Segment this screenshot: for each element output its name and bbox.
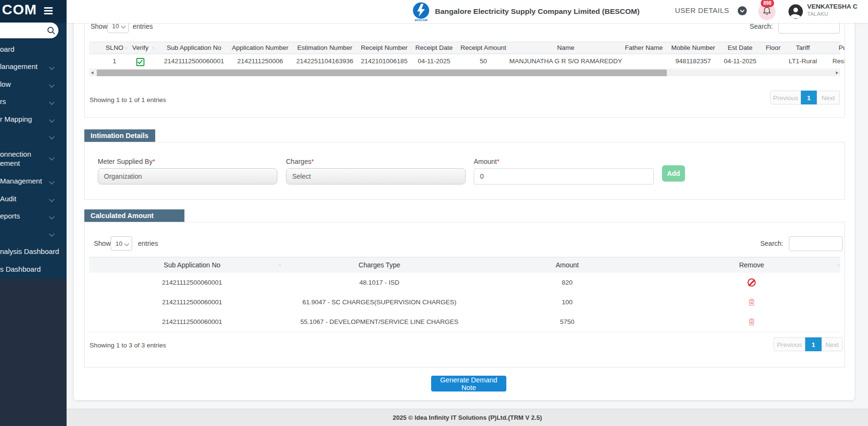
entries-label: entries	[133, 23, 153, 30]
meter-supplied-by-select[interactable]: Organization	[98, 168, 277, 184]
sidebar-item-users[interactable]: rs	[0, 97, 6, 105]
column-header[interactable]: Est Date	[728, 42, 753, 54]
sidebar-item-analysis-dashboard[interactable]: nalysis Dashboard	[0, 247, 59, 255]
sidebar-logo-text: COM	[2, 1, 37, 18]
sort-icon[interactable]: ↑↓	[125, 46, 127, 50]
sidebar-item-mapping[interactable]: r Mapping	[0, 115, 32, 123]
sidebar-item-connection-line2[interactable]: ement	[0, 159, 20, 167]
column-header[interactable]: Receipt Amount	[460, 42, 506, 54]
applications-table-header: SLNO ↑↓ Verify ↑↓ Sub Application No App…	[89, 42, 840, 54]
column-header[interactable]: Pu	[839, 42, 845, 54]
sidebar-item-dashboard2[interactable]: s Dashboard	[0, 265, 41, 273]
previous-page-button[interactable]: Previous	[770, 91, 801, 104]
receipt-number-cell: 2142101006185	[361, 54, 408, 69]
column-header[interactable]: Receipt Date	[415, 42, 453, 54]
column-header[interactable]: Tariff	[796, 42, 810, 54]
sub-application-no-cell: 21421112500060001	[162, 312, 222, 332]
page-number-button[interactable]: 1	[801, 91, 817, 104]
purpose-cell: Resider	[833, 54, 845, 69]
slno-cell: 1	[113, 54, 116, 69]
column-header[interactable]: Floor	[766, 42, 781, 54]
column-header[interactable]: Amount	[556, 257, 579, 273]
verify-checkbox-icon[interactable]	[137, 58, 145, 66]
next-page-button[interactable]: Next	[822, 337, 843, 351]
calculated-amount-details-tab: Calculated Amount Details	[84, 209, 184, 222]
bescom-app: Show 10 entries Search: SLNO ↑↓ Verify ↑…	[0, 0, 868, 426]
sort-icon[interactable]: ↑↓	[152, 46, 154, 50]
entries-label: entries	[138, 240, 158, 247]
column-header[interactable]: Charges Type	[359, 257, 400, 273]
required-asterisk: *	[497, 158, 499, 165]
name-cell: MANJUNATHA G R S/O RAMAREDDY	[509, 54, 622, 69]
scrollbar-thumb[interactable]	[97, 69, 667, 76]
page-size-select[interactable]: 10	[111, 236, 132, 251]
scroll-left-arrow-icon[interactable]	[89, 69, 96, 76]
sort-icon[interactable]: ↑↓	[837, 263, 840, 267]
remove-ban-icon[interactable]	[748, 278, 756, 287]
application-number-cell: 2142111250006	[237, 54, 283, 69]
avatar[interactable]	[788, 4, 803, 19]
show-label: Show	[91, 23, 107, 30]
column-header[interactable]: Estimation Number	[297, 42, 353, 54]
column-header[interactable]: Mobile Number	[671, 42, 715, 54]
scroll-right-arrow-icon[interactable]	[834, 69, 840, 76]
tariff-cell: LT1-Rural	[788, 54, 817, 69]
user-name[interactable]: VENKATESHA C	[807, 3, 857, 10]
footer-text: 2025 © Idea Infinity IT Solutions (P)Ltd…	[393, 414, 542, 421]
sidebar-item-dashboard[interactable]: oard	[0, 45, 14, 53]
page-size-value: 10	[112, 23, 119, 30]
charges-select[interactable]: Select	[286, 168, 466, 184]
amount-input[interactable]	[474, 168, 654, 184]
column-header[interactable]: Receipt Number	[361, 42, 408, 54]
search-label: Search:	[750, 23, 773, 30]
column-header[interactable]: SLNO	[106, 42, 124, 54]
sub-application-no-cell: 21421112500060001	[164, 54, 224, 69]
hamburger-menu-icon[interactable]	[44, 7, 53, 15]
column-header[interactable]: Sub Application No	[164, 257, 220, 273]
chevron-down-icon[interactable]	[738, 6, 747, 15]
sidebar-item-reports[interactable]: eports	[0, 212, 20, 220]
page-title: Bangalore Electricity Supply Company Lim…	[435, 7, 640, 16]
required-asterisk: *	[311, 158, 314, 165]
search-icon[interactable]	[47, 27, 54, 33]
search-input[interactable]	[789, 236, 843, 251]
column-header[interactable]: Father Name	[625, 42, 663, 54]
sidebar-item-audit[interactable]: Audit	[0, 195, 16, 203]
sidebar-item-management[interactable]: lanagement	[0, 62, 37, 70]
bescom-logo-icon	[412, 2, 430, 19]
add-button[interactable]: Add	[662, 165, 685, 182]
column-header[interactable]: Application Number	[232, 42, 288, 54]
column-header[interactable]: Verify	[132, 42, 148, 54]
horizontal-scrollbar[interactable]	[89, 69, 840, 76]
column-header[interactable]: Remove	[739, 257, 764, 273]
charges-type-cell: 55.1067 - DEVELOPMENT/SERVICE LINE CHARG…	[300, 312, 458, 332]
calculated-section: Show 10 entries Search: Sub Application …	[84, 222, 845, 368]
next-page-button[interactable]: Next	[817, 91, 840, 104]
sidebar-item-connection[interactable]: onnection	[0, 150, 31, 158]
column-header[interactable]: Sub Application No	[167, 42, 221, 54]
table-row: 1 21421112500060001 2142111250006 214225…	[89, 54, 840, 69]
table-summary: Showing 1 to 3 of 3 entries	[90, 342, 166, 349]
user-details-menu[interactable]: USER DETAILS	[675, 6, 729, 14]
label-text: Meter Supplied By	[98, 158, 152, 165]
previous-page-button[interactable]: Previous	[774, 337, 805, 351]
bescom-logo-label: BESCOM	[411, 19, 431, 22]
remove-trash-icon[interactable]	[749, 318, 755, 328]
sort-icon[interactable]: ↑↓	[278, 263, 281, 267]
bell-icon[interactable]	[763, 6, 771, 16]
intimation-details-tab: Intimation Details	[84, 129, 155, 142]
label-text: Amount	[474, 158, 497, 165]
column-header[interactable]: Name	[557, 42, 574, 54]
page-number-button[interactable]: 1	[805, 337, 822, 351]
applications-section: Show 10 entries Search: SLNO ↑↓ Verify ↑…	[84, 10, 845, 118]
table-row: 21421112500060001 48.1017 - ISD 820	[89, 273, 840, 293]
charges-type-cell: 48.1017 - ISD	[359, 273, 399, 292]
sidebar-item-management2[interactable]: Management	[0, 177, 42, 185]
remove-trash-icon[interactable]	[749, 299, 755, 308]
generate-demand-note-button[interactable]: Generate Demand Note	[431, 376, 506, 391]
charges-type-cell: 61.9047 - SC CHARGES(SUPERVISION CHARGES…	[302, 292, 457, 312]
sidebar-item-workflow[interactable]: low	[0, 80, 11, 88]
receipt-amount-cell: 50	[480, 54, 487, 69]
table-row: 21421112500060001 61.9047 - SC CHARGES(S…	[89, 292, 840, 312]
notification-count-badge[interactable]: 898	[761, 0, 774, 7]
